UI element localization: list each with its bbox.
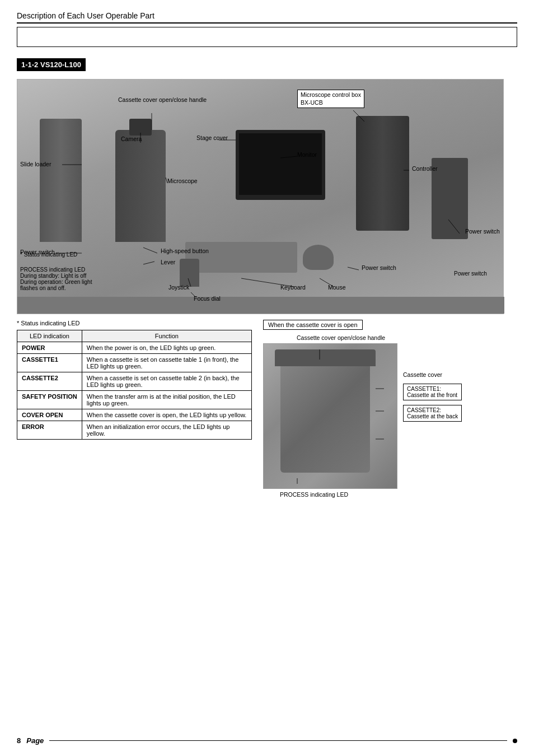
mouse-shape (303, 245, 334, 270)
page-word: Page (26, 736, 44, 745)
status-led-title: * Status indicating LED (17, 320, 252, 326)
section-title: 1-1-2 VS120-L100 (17, 58, 86, 71)
microscope-shape (115, 130, 166, 242)
cassette-cover-label: Cassette cover (403, 371, 462, 378)
label-status-led: * Status indicating LED (20, 251, 77, 258)
cassette-handle-label: Cassette cover open/close handle (263, 334, 498, 341)
footer-dot (513, 739, 517, 743)
label-camera: Camera (121, 136, 142, 143)
table-row: COVER OPEN When the cassette cover is op… (17, 409, 252, 421)
label-mouse: Mouse (328, 284, 346, 292)
led-name-safety: SAFETY POSITION (17, 391, 82, 409)
led-name-power: POWER (17, 342, 82, 354)
label-joystick: Joystick (168, 284, 189, 292)
cassette2-label-box: CASSETTE2: Cassette at the back (403, 405, 462, 422)
led-function-cassette2: When a cassette is set on cassette table… (82, 372, 251, 391)
cassette-diagram-section: When the cassette cover is open Cassette… (263, 320, 517, 498)
led-name-error: ERROR (17, 421, 82, 440)
led-function-cover-open: When the cassette cover is open, the LED… (82, 409, 251, 421)
joystick-shape (180, 259, 199, 287)
svg-line-11 (143, 262, 154, 264)
col-header-led: LED indication (17, 330, 82, 342)
table-row: POWER When the power is on, the LED ligh… (17, 342, 252, 354)
table-row: SAFETY POSITION When the transfer arm is… (17, 391, 252, 409)
header-box (17, 27, 517, 47)
page-footer: 8 Page (17, 736, 517, 745)
led-function-error: When an initialization error occurs, the… (82, 421, 251, 440)
led-name-cassette2: CASSETTE2 (17, 372, 82, 391)
table-row: ERROR When an initialization error occur… (17, 421, 252, 440)
main-diagram: Cassette cover open/close handle Microsc… (17, 79, 504, 314)
label-focus-dial: Focus dial (194, 295, 221, 303)
keyboard-shape (185, 242, 297, 273)
label-slide-loader: Slide loader (20, 161, 51, 169)
cassette-annot-svg (264, 344, 398, 489)
label-stage-cover: Stage cover (196, 134, 228, 142)
led-function-safety: When the transfer arm is at the initial … (82, 391, 251, 409)
label-power-switch-mid: Power switch (362, 264, 396, 272)
cassette1-label-box: CASSETTE1: Cassette at the front (403, 384, 462, 400)
camera-shape (129, 119, 152, 136)
slide-loader-shape (40, 119, 82, 242)
label-cassette-cover-handle: Cassette cover open/close handle (118, 96, 207, 104)
cassette-right-labels: Cassette cover CASSETTE1: Cassette at th… (403, 343, 462, 489)
led-table: LED indication Function POWER When the p… (17, 330, 252, 440)
standby-text: During standby: Light is off (20, 273, 92, 279)
table-row: CASSETTE1 When a cassette is set on cass… (17, 354, 252, 372)
label-power-switch-right: Power switch (465, 228, 500, 236)
led-table-section: * Status indicating LED LED indication F… (17, 320, 252, 498)
cassette-open-title: When the cassette cover is open (263, 320, 363, 330)
led-name-cover-open: COVER OPEN (17, 409, 82, 421)
desk-surface (17, 297, 504, 314)
process-led-cassette-label: PROCESS indicating LED (263, 491, 498, 498)
page-header: Description of Each User Operable Part (17, 11, 517, 24)
process-led-label: PROCESS indicating LED (20, 267, 92, 273)
cassette-photo (263, 343, 397, 489)
cassette-img-bg (264, 344, 397, 488)
col-header-function: Function (82, 330, 251, 342)
svg-line-10 (143, 248, 157, 253)
label-microscope: Microscope (167, 178, 198, 185)
controller-shape (356, 116, 409, 231)
cassette-diagram-wrapper: Cassette cover open/close handle (263, 334, 498, 498)
label-high-speed-button: High-speed button (161, 248, 209, 255)
page-number: 8 (17, 736, 21, 745)
cassette-content: Cassette cover CASSETTE1: Cassette at th… (263, 343, 498, 489)
led-function-cassette1: When a cassette is set on cassette table… (82, 354, 251, 372)
label-power-switch-bottom: Power switch (454, 270, 487, 277)
svg-line-16 (348, 267, 359, 270)
table-row: CASSETTE2 When a cassette is set on cass… (17, 372, 252, 391)
monitor-shape (236, 130, 325, 200)
label-keyboard: Keyboard (280, 284, 306, 292)
equipment-photo: Cassette cover open/close handle Microsc… (17, 79, 504, 314)
monitor-screen (239, 133, 322, 195)
footer-line (49, 740, 507, 741)
label-monitor: Monitor (297, 151, 317, 159)
label-lever: Lever (161, 259, 175, 267)
bottom-section: * Status indicating LED LED indication F… (17, 320, 517, 498)
led-function-power: When the power is on, the LED lights up … (82, 342, 251, 354)
label-process-led-group: PROCESS indicating LED During standby: L… (20, 267, 92, 291)
operation-text: During operation: Green lightflashes on … (20, 279, 92, 291)
label-microscope-control-box: Microscope control boxBX-UCB (297, 90, 364, 108)
led-name-cassette1: CASSETTE1 (17, 354, 82, 372)
label-controller: Controller (412, 165, 438, 173)
